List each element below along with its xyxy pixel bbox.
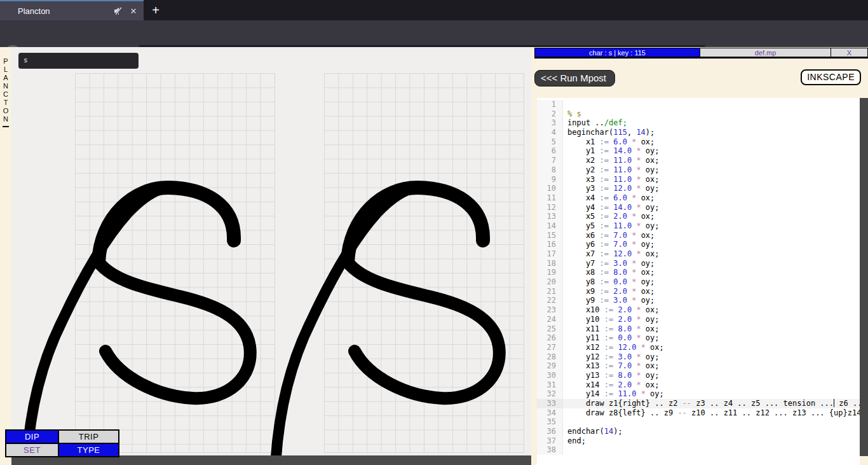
code-text[interactable]: x10 := 2.0 * ox;: [563, 305, 660, 315]
code-text[interactable]: x14 := 2.0 * ox;: [563, 380, 660, 390]
code-text[interactable]: x13 := 7.0 * ox;: [563, 361, 660, 371]
code-line[interactable]: 27 x12 := 12.0 * ox;: [537, 343, 860, 352]
run-mpost-button[interactable]: <<< Run Mpost: [534, 70, 615, 87]
code-text[interactable]: y9 := 3.0 * oy;: [563, 296, 654, 305]
code-text[interactable]: y3 := 12.0 * oy;: [563, 184, 660, 193]
code-line[interactable]: 29 x13 := 7.0 * ox;: [537, 361, 860, 371]
code-text[interactable]: y13 := 8.0 * oy;: [563, 371, 660, 380]
inkscape-button[interactable]: INKSCAPE: [801, 69, 861, 85]
code-line[interactable]: 3input ../def;: [537, 118, 860, 128]
code-text[interactable]: y4 := 14.0 * oy;: [563, 203, 660, 212]
code-text[interactable]: draw z8{left} .. z9 -- z10 .. z11 .. z12…: [563, 408, 860, 418]
char-input[interactable]: [18, 53, 139, 69]
code-line[interactable]: 5 x1 := 6.0 * ox;: [537, 137, 860, 147]
dip-button[interactable]: DIP: [5, 429, 59, 444]
code-line[interactable]: 28 y12 := 3.0 * oy;: [537, 352, 860, 362]
code-text[interactable]: y5 := 11.0 * oy;: [563, 221, 660, 231]
code-line[interactable]: 18 y7 := 3.0 * oy;: [537, 259, 860, 268]
set-button[interactable]: SET: [5, 443, 59, 457]
code-line[interactable]: 6 y1 := 14.0 * oy;: [537, 146, 860, 156]
code-text[interactable]: x1 := 6.0 * ox;: [563, 137, 654, 147]
code-text[interactable]: [563, 100, 567, 109]
code-text[interactable]: y14 := 11.0 * oy;: [563, 389, 664, 399]
code-line[interactable]: 24 y10 := 2.0 * oy;: [537, 315, 860, 324]
code-text[interactable]: y6 := 7.0 * oy;: [563, 240, 654, 249]
new-tab-button[interactable]: +: [146, 0, 165, 20]
code-text[interactable]: y11 := 0.0 * oy;: [563, 333, 660, 343]
code-line[interactable]: 17 x7 := 12.0 * ox;: [537, 249, 860, 259]
code-line[interactable]: 15 x6 := 7.0 * ox;: [537, 231, 860, 240]
code-line[interactable]: 9 x3 := 11.0 * ox;: [537, 175, 860, 184]
tab-char-key[interactable]: char : s | key : 115: [534, 48, 700, 57]
code-editor[interactable]: 12% s3input ../def;4beginchar(115, 14);5…: [537, 98, 860, 465]
code-text[interactable]: y12 := 3.0 * oy;: [563, 352, 660, 362]
editor-scrollbar[interactable]: [860, 98, 868, 456]
code-line[interactable]: 25 x11 := 8.0 * ox;: [537, 324, 860, 334]
code-text[interactable]: x6 := 7.0 * ox;: [563, 231, 654, 240]
code-text[interactable]: x9 := 2.0 * ox;: [563, 287, 654, 296]
code-line[interactable]: 7 x2 := 11.0 * ox;: [537, 156, 860, 165]
line-number: 31: [537, 380, 563, 390]
code-line[interactable]: 32 y14 := 11.0 * oy;: [537, 389, 860, 399]
code-line[interactable]: 22 y9 := 3.0 * oy;: [537, 296, 860, 305]
code-text[interactable]: % s: [563, 109, 581, 119]
rail-letter: T: [0, 99, 11, 107]
code-text[interactable]: y8 := 0.0 * oy;: [563, 277, 654, 287]
trip-button[interactable]: TRIP: [58, 429, 119, 444]
code-text[interactable]: input ../def;: [563, 118, 627, 128]
code-line[interactable]: 30 y13 := 8.0 * oy;: [537, 371, 860, 380]
code-line[interactable]: 37end;: [537, 436, 860, 446]
code-text[interactable]: y10 := 2.0 * oy;: [563, 315, 660, 324]
code-text[interactable]: [563, 417, 567, 427]
code-text[interactable]: endchar(14);: [563, 427, 623, 436]
tab-close-x[interactable]: X: [831, 48, 868, 57]
code-line[interactable]: 34 draw z8{left} .. z9 -- z10 .. z11 .. …: [537, 408, 860, 418]
line-number: 7: [537, 156, 563, 165]
code-text[interactable]: x3 := 11.0 * ox;: [563, 175, 660, 184]
line-number: 38: [537, 445, 563, 455]
line-number: 27: [537, 343, 563, 352]
code-text[interactable]: x11 := 8.0 * ox;: [563, 324, 660, 334]
code-line[interactable]: 11 x4 := 6.0 * ox;: [537, 193, 860, 203]
code-line[interactable]: 10 y3 := 12.0 * oy;: [537, 184, 860, 193]
tab-def-mp[interactable]: def.mp: [700, 48, 831, 57]
code-line[interactable]: 33 draw z1{right} .. z2 -- z3 .. z4 .. z…: [537, 399, 860, 408]
code-line[interactable]: 12 y4 := 14.0 * oy;: [537, 203, 860, 212]
code-line[interactable]: 16 y6 := 7.0 * oy;: [537, 240, 860, 249]
rail-letter: P: [0, 57, 11, 66]
code-text[interactable]: beginchar(115, 14);: [563, 128, 654, 137]
code-line[interactable]: 2% s: [537, 109, 860, 119]
code-line[interactable]: 21 x9 := 2.0 * ox;: [537, 287, 860, 296]
code-text[interactable]: [563, 445, 567, 455]
code-text[interactable]: x4 := 6.0 * ox;: [563, 193, 654, 203]
code-text[interactable]: x5 := 2.0 * ox;: [563, 212, 654, 221]
code-text[interactable]: y1 := 14.0 * oy;: [563, 146, 660, 156]
browser-tab-plancton[interactable]: Plancton ✕: [0, 0, 144, 20]
code-line[interactable]: 20 y8 := 0.0 * oy;: [537, 277, 860, 287]
code-line[interactable]: 35: [537, 417, 860, 427]
code-line[interactable]: 38: [537, 445, 860, 455]
code-line[interactable]: 36endchar(14);: [537, 427, 860, 436]
code-line[interactable]: 23 x10 := 2.0 * ox;: [537, 305, 860, 315]
code-line[interactable]: 1: [537, 100, 860, 109]
code-text[interactable]: x8 := 8.0 * ox;: [563, 268, 654, 277]
tab-mute-icon[interactable]: [113, 6, 123, 16]
code-text[interactable]: x7 := 12.0 * ox;: [563, 249, 660, 259]
code-text[interactable]: x2 := 11.0 * ox;: [563, 156, 660, 165]
code-text[interactable]: y2 := 11.0 * oy;: [563, 165, 660, 175]
code-text[interactable]: draw z1{right} .. z2 -- z3 .. z4 .. z5 .…: [563, 399, 860, 408]
code-text[interactable]: y7 := 3.0 * oy;: [563, 259, 654, 268]
code-line[interactable]: 13 x5 := 2.0 * ox;: [537, 212, 860, 221]
code-line[interactable]: 31 x14 := 2.0 * ox;: [537, 380, 860, 390]
tab-title: Plancton: [18, 6, 113, 16]
code-line[interactable]: 14 y5 := 11.0 * oy;: [537, 221, 860, 231]
code-line[interactable]: 26 y11 := 0.0 * oy;: [537, 333, 860, 343]
code-line[interactable]: 19 x8 := 8.0 * ox;: [537, 268, 860, 277]
type-button[interactable]: TYPE: [58, 443, 119, 457]
code-text[interactable]: x12 := 12.0 * ox;: [563, 343, 664, 352]
code-line[interactable]: 4beginchar(115, 14);: [537, 128, 860, 137]
glyph-canvas[interactable]: [11, 47, 531, 465]
code-text[interactable]: end;: [563, 436, 586, 446]
code-line[interactable]: 8 y2 := 11.0 * oy;: [537, 165, 860, 175]
tab-close-icon[interactable]: ✕: [128, 6, 139, 16]
